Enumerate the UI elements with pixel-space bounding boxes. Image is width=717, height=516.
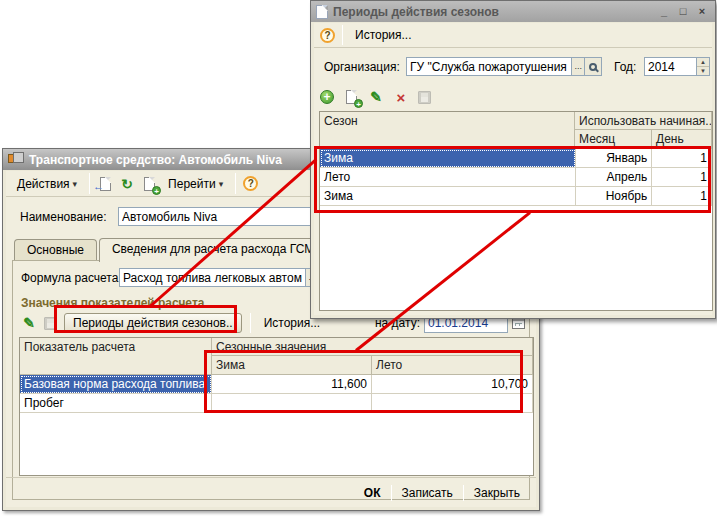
col-header-day: День: [652, 130, 712, 149]
save-icon[interactable]: [418, 91, 431, 104]
year-field[interactable]: ▲ ▼: [644, 57, 710, 76]
separator: [342, 25, 343, 45]
month-cell[interactable]: Апрель: [576, 168, 653, 187]
refresh-icon[interactable]: ↻: [119, 176, 135, 192]
save-icon[interactable]: [44, 317, 57, 330]
seasons-header-row: Сезон Использовать начиная... Месяц День: [320, 112, 712, 149]
indicator-cell[interactable]: Базовая норма расхода топлива: [20, 375, 212, 394]
formula-field[interactable]: ...: [119, 268, 319, 287]
organization-label: Организация:: [324, 60, 400, 74]
seasons-toolbar: + + ✎ ×: [320, 85, 431, 109]
document-icon: [316, 5, 328, 19]
year-stepper[interactable]: ▲ ▼: [696, 58, 709, 75]
help-icon[interactable]: ?: [320, 28, 335, 43]
col-header-seasonal: Сезонные значения: [212, 338, 533, 356]
seasons-table: Сезон Использовать начиная... Месяц День…: [319, 111, 713, 311]
indicators-header-row: Показатель расчета Сезонные значения Зим…: [20, 338, 533, 375]
edit-icon[interactable]: ✎: [21, 315, 37, 331]
table-row[interactable]: Пробег: [20, 394, 533, 413]
table-row[interactable]: Зима Ноябрь 1: [320, 187, 712, 206]
spin-up-icon[interactable]: ▲: [697, 58, 709, 66]
month-cell[interactable]: Ноябрь: [576, 187, 653, 206]
separator: [235, 173, 236, 194]
indicator-cell[interactable]: Пробег: [20, 394, 212, 413]
formula-label: Формула расчета:: [21, 271, 122, 285]
write-object-icon[interactable]: ←: [97, 176, 113, 192]
summer-value-cell[interactable]: [372, 394, 533, 413]
maximize-button[interactable]: □: [675, 5, 691, 19]
close-icon[interactable]: ×: [694, 5, 710, 19]
day-cell[interactable]: 1: [652, 149, 712, 168]
history-menu-item[interactable]: История...: [350, 25, 417, 45]
minimize-button[interactable]: _: [656, 5, 672, 19]
section-title: Значения показателей расчета: [21, 296, 204, 310]
help-menu-bar: ? История...: [314, 23, 712, 48]
col-header-month: Месяц: [575, 130, 652, 149]
season-periods-title: Периоды действия сезонов: [333, 5, 499, 19]
table-row[interactable]: Зима Январь 1: [320, 149, 712, 168]
col-header-season: Сезон: [320, 112, 575, 149]
season-cell[interactable]: Зима: [320, 149, 576, 168]
season-cell[interactable]: Лето: [320, 168, 576, 187]
col-header-winter: Зима: [212, 356, 372, 375]
organization-field[interactable]: ...: [406, 57, 602, 76]
tab-fuel-calculation[interactable]: Сведения для расчета расхода ГСМ: [99, 238, 327, 262]
vehicle-icon: [8, 154, 24, 165]
close-button[interactable]: Закрыть: [464, 483, 530, 503]
name-label: Наименование:: [20, 210, 107, 224]
vehicle-window-title: Транспортное средство: Автомобиль Niva: [29, 153, 282, 167]
winter-value-cell[interactable]: 11,600: [212, 375, 372, 394]
day-cell[interactable]: 1: [652, 187, 712, 206]
season-periods-window: Периоды действия сезонов _ □ × ? История…: [310, 0, 716, 319]
season-cell[interactable]: Зима: [320, 187, 576, 206]
month-cell[interactable]: Январь: [576, 149, 653, 168]
ok-button[interactable]: ОК: [354, 483, 391, 503]
add-icon[interactable]: +: [320, 90, 334, 104]
year-label: Год:: [614, 60, 636, 74]
season-periods-titlebar: Периоды действия сезонов _ □ ×: [311, 1, 715, 22]
search-icon: [589, 63, 597, 71]
day-cell[interactable]: 1: [652, 168, 712, 187]
go-to-menu-button[interactable]: Перейти ▾: [163, 174, 228, 194]
copy-add-icon[interactable]: +: [343, 89, 359, 105]
table-row[interactable]: Лето Апрель 1: [320, 168, 712, 187]
copy-icon[interactable]: +: [141, 176, 157, 192]
footer-bar: ОК Записать Закрыть: [6, 477, 536, 507]
year-input[interactable]: [645, 60, 696, 74]
season-periods-body: ? История... Организация: ... Год: ▲ ▼ +…: [314, 23, 712, 315]
ellipsis-button[interactable]: ...: [571, 58, 584, 75]
formula-input[interactable]: [120, 271, 305, 285]
col-header-use-from: Использовать начиная...: [575, 112, 712, 130]
col-header-summer: Лето: [372, 356, 533, 375]
season-periods-button[interactable]: Периоды действия сезонов..: [64, 313, 242, 333]
tab-main[interactable]: Основные: [14, 239, 97, 261]
help-icon[interactable]: ?: [243, 176, 258, 191]
delete-icon[interactable]: ×: [393, 89, 409, 105]
search-button[interactable]: [584, 58, 601, 75]
chevron-down-icon: ▾: [73, 179, 78, 189]
spin-down-icon[interactable]: ▼: [697, 66, 709, 75]
table-row[interactable]: Базовая норма расхода топлива 11,600 10,…: [20, 375, 533, 394]
winter-value-cell[interactable]: [212, 394, 372, 413]
indicators-table: Показатель расчета Сезонные значения Зим…: [19, 337, 534, 476]
actions-menu-button[interactable]: Действия ▾: [12, 174, 82, 194]
separator: [250, 313, 251, 333]
summer-value-cell[interactable]: 10,700: [372, 375, 533, 394]
edit-icon[interactable]: ✎: [368, 89, 384, 105]
col-header-indicator: Показатель расчета: [20, 338, 212, 375]
separator: [89, 173, 90, 194]
write-button[interactable]: Записать: [392, 483, 463, 503]
organization-input[interactable]: [407, 60, 571, 74]
chevron-down-icon: ▾: [219, 179, 224, 189]
